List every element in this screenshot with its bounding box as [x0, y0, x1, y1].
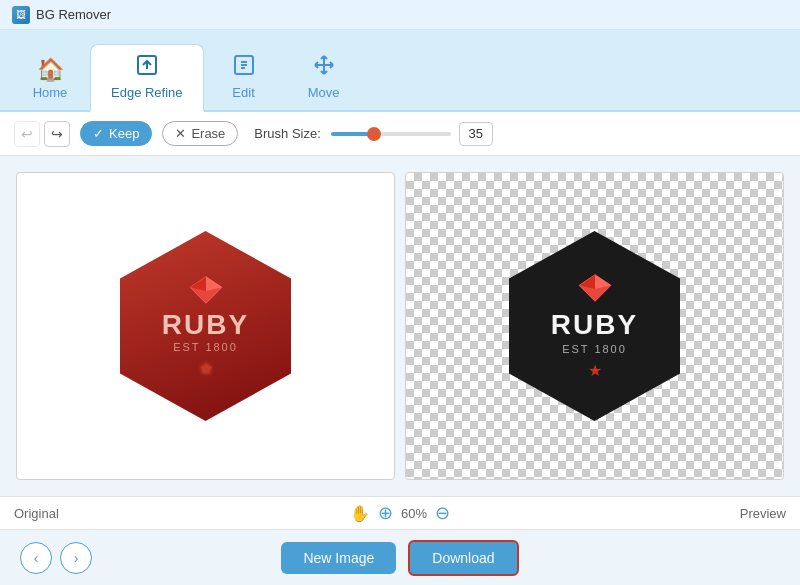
bottom-bar: ‹ › New Image Download — [0, 530, 800, 585]
new-image-button[interactable]: New Image — [281, 542, 396, 574]
tab-edge-refine-label: Edge Refine — [111, 85, 183, 100]
status-center: ✋ ⊕ 60% ⊖ — [271, 502, 528, 524]
redo-button[interactable]: ↪ — [44, 121, 70, 147]
app-title: BG Remover — [36, 7, 111, 22]
bottom-bar-inner: ‹ › New Image Download — [20, 540, 780, 576]
diamond-icon-left — [188, 275, 224, 305]
next-arrow-button[interactable]: › — [60, 542, 92, 574]
canvas-area: RUBY EST 1800 ★ RUBY EST 1800 ★ — [0, 156, 800, 496]
preview-image: RUBY EST 1800 ★ — [485, 216, 705, 436]
app-icon: 🖼 — [12, 6, 30, 24]
download-button[interactable]: Download — [408, 540, 518, 576]
diamond-icon-right — [577, 273, 613, 303]
tab-move[interactable]: Move — [284, 45, 364, 110]
original-image: RUBY EST 1800 ★ — [96, 216, 316, 436]
brush-slider-group: 35 — [331, 122, 493, 146]
status-right: Preview — [529, 506, 786, 521]
tab-move-label: Move — [308, 85, 340, 100]
pan-icon[interactable]: ✋ — [350, 504, 370, 523]
title-bar: 🖼 BG Remover — [0, 0, 800, 30]
tab-edge-refine[interactable]: Edge Refine — [90, 44, 204, 112]
preview-canvas[interactable]: RUBY EST 1800 ★ — [405, 172, 784, 480]
hexagon-right: RUBY EST 1800 ★ — [500, 231, 690, 421]
ruby-text-right: RUBY — [551, 309, 638, 341]
ruby-est-right: EST 1800 — [562, 343, 627, 355]
brush-size-slider[interactable] — [331, 132, 451, 136]
status-left: Original — [14, 506, 271, 521]
ruby-star-left: ★ — [199, 359, 213, 378]
erase-button[interactable]: ✕ Erase — [162, 121, 238, 146]
tab-edit[interactable]: Edit — [204, 45, 284, 110]
toolbar: ↩ ↪ ✓ Keep ✕ Erase Brush Size: 35 — [0, 112, 800, 156]
original-label: Original — [14, 506, 59, 521]
erase-icon: ✕ — [175, 126, 186, 141]
tab-home-label: Home — [33, 85, 68, 100]
move-icon — [312, 53, 336, 81]
prev-arrow-button[interactable]: ‹ — [20, 542, 52, 574]
ruby-star-right: ★ — [588, 361, 602, 380]
keep-button[interactable]: ✓ Keep — [80, 121, 152, 146]
keep-checkmark-icon: ✓ — [93, 126, 104, 141]
erase-label: Erase — [191, 126, 225, 141]
nav-tabs: 🏠 Home Edge Refine Edit Move — [0, 30, 800, 112]
tab-home[interactable]: 🏠 Home — [10, 51, 90, 110]
zoom-in-icon[interactable]: ⊕ — [378, 502, 393, 524]
brush-value-display: 35 — [459, 122, 493, 146]
undo-redo-group: ↩ ↪ — [14, 121, 70, 147]
keep-label: Keep — [109, 126, 139, 141]
ruby-est-left: EST 1800 — [173, 341, 238, 353]
preview-label: Preview — [740, 506, 786, 521]
zoom-level-display: 60% — [401, 506, 427, 521]
next-arrow-icon: › — [74, 550, 79, 566]
edge-refine-icon — [135, 53, 159, 81]
prev-arrow-icon: ‹ — [34, 550, 39, 566]
action-buttons: New Image Download — [281, 540, 518, 576]
home-icon: 🏠 — [37, 59, 64, 81]
status-bar: Original ✋ ⊕ 60% ⊖ Preview — [0, 496, 800, 530]
hexagon-left: RUBY EST 1800 ★ — [111, 231, 301, 421]
ruby-text-left: RUBY — [162, 311, 249, 339]
navigation-arrows: ‹ › — [20, 542, 92, 574]
tab-edit-label: Edit — [232, 85, 254, 100]
undo-button[interactable]: ↩ — [14, 121, 40, 147]
brush-size-label: Brush Size: — [254, 126, 320, 141]
original-canvas[interactable]: RUBY EST 1800 ★ — [16, 172, 395, 480]
edit-icon — [232, 53, 256, 81]
zoom-out-icon[interactable]: ⊖ — [435, 502, 450, 524]
